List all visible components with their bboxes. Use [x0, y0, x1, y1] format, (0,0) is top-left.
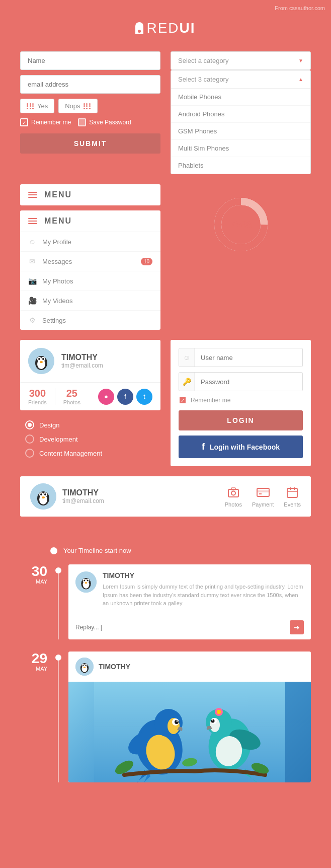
timeline-author-29: TIMOTHY — [99, 663, 130, 671]
menu-label-1: MENU — [44, 190, 72, 199]
remember-row: Remember me — [179, 396, 303, 404]
timeline-line-29 — [58, 661, 59, 782]
facebook-icon: f — [202, 442, 205, 452]
checkbox-group: Remember me Save Password — [20, 118, 160, 126]
svg-rect-23 — [257, 490, 269, 492]
remember-me-item: Remember me — [20, 118, 71, 126]
nav-item-profile[interactable]: ☺ My Profile — [20, 232, 160, 252]
dropdown-item-5[interactable]: Phablets — [171, 157, 310, 174]
nav-item-videos[interactable]: 🎥 My Videos — [20, 291, 160, 311]
dropdown-open: Select 3 category ▲ Mobile Phones Androi… — [171, 70, 311, 174]
timeline-dot-29 — [55, 655, 61, 661]
radio-circle-development[interactable] — [25, 435, 34, 444]
dropdown-trigger[interactable]: Select a category ▼ — [171, 51, 311, 70]
email-input[interactable] — [20, 75, 160, 94]
login-remember-checkbox[interactable] — [179, 396, 187, 404]
hamburger-icon-2[interactable] — [28, 218, 37, 224]
payment-action-label: Payment — [252, 501, 274, 508]
login-button[interactable]: LOGIN — [179, 410, 303, 430]
facebook-profile-button[interactable]: f — [117, 389, 133, 405]
dropdown-header[interactable]: Select 3 category ▲ — [171, 70, 310, 89]
dropdown-section: Select a category ▼ Select 3 category ▲ … — [171, 51, 311, 174]
timeline-start-text: Your Timeline start now — [63, 547, 131, 554]
payment-icon — [256, 485, 270, 499]
dropdown-item-4[interactable]: Multi Sim Phones — [171, 140, 310, 157]
nav-label-settings: Settings — [42, 317, 66, 324]
save-password-item: Save Password — [78, 118, 131, 126]
dropdown-item-3[interactable]: GSM Phones — [171, 123, 310, 140]
nav-item-settings[interactable]: ⚙ Settings — [20, 311, 160, 330]
save-password-label: Save Password — [89, 119, 131, 126]
svg-rect-25 — [287, 488, 297, 497]
svg-rect-19 — [228, 489, 238, 497]
password-input[interactable] — [195, 373, 302, 391]
nav-item-photos[interactable]: 📷 My Photos — [20, 271, 160, 291]
timeline-connector-29 — [55, 652, 68, 782]
settings-icon: ⚙ — [28, 316, 36, 324]
radio-design[interactable]: Design — [25, 420, 155, 429]
radio-circle-content[interactable] — [25, 449, 34, 458]
reply-input-30[interactable] — [75, 624, 290, 631]
dropdown-item-2[interactable]: Android Phones — [171, 106, 310, 123]
donut-label: 75% — [229, 218, 252, 231]
events-action[interactable]: Events — [284, 485, 301, 508]
date-num-29: 29 — [20, 652, 47, 666]
facebook-login-label: Login with Facebook — [210, 443, 280, 451]
svg-point-16 — [40, 493, 42, 495]
payment-action[interactable]: Payment — [252, 485, 274, 508]
dropdown-item-1[interactable]: Mobile Phones — [171, 89, 310, 106]
remember-me-checkbox[interactable] — [20, 118, 28, 126]
radio-no[interactable]: Nops — [58, 99, 97, 113]
timeline-line-30 — [58, 573, 59, 639]
svg-point-18 — [42, 496, 45, 498]
nav-item-messages[interactable]: ✉ Messages 10 — [20, 252, 160, 271]
facebook-login-button[interactable]: f Login with Facebook — [179, 436, 303, 458]
login-remember-label: Remember me — [191, 397, 230, 404]
nav-label-videos: My Videos — [42, 297, 72, 305]
radio-yes[interactable]: Yes — [20, 99, 54, 113]
photos-action[interactable]: Photos — [225, 485, 242, 508]
image-placeholder-29 — [68, 682, 311, 782]
profile-stats: 300 Friends 25 Photos ● f t — [20, 383, 160, 410]
logo-icon — [135, 22, 143, 34]
photos-label: Photos — [63, 399, 80, 405]
radio-development-label: Development — [39, 436, 78, 443]
timeline-date-29: 29 MAY — [20, 652, 55, 782]
submit-button[interactable]: SUBMIT — [20, 133, 160, 154]
user-icon: ☺ — [28, 238, 36, 246]
svg-point-20 — [231, 491, 235, 495]
radio-development[interactable]: Development — [25, 435, 155, 444]
radio-circles: Design Development Content Management — [25, 420, 155, 458]
photo-icon: 📷 — [28, 277, 36, 285]
menu-section: MENU MENU ☺ My Profile ✉ — [20, 184, 160, 330]
dots-icon-yes — [27, 103, 34, 109]
donut-chart: 75% — [211, 194, 271, 255]
friends-label: Friends — [28, 399, 47, 405]
date-num-30: 30 — [20, 564, 47, 578]
svg-point-44 — [84, 667, 86, 668]
social-icons: ● f t — [98, 389, 152, 405]
svg-point-9 — [42, 358, 44, 360]
radio-group: Yes Nops — [20, 99, 160, 113]
svg-point-61 — [212, 719, 213, 720]
radio-circle-design[interactable] — [25, 420, 34, 429]
save-password-checkbox[interactable] — [78, 118, 86, 126]
radio-content-label: Content Management — [39, 450, 102, 457]
donut-chart-container: 75% — [171, 184, 311, 265]
menu-bar-1[interactable]: MENU — [20, 184, 160, 205]
friends-count: 300 — [28, 388, 47, 399]
username-input[interactable] — [195, 349, 302, 367]
nav-label-messages: Messages — [42, 258, 72, 265]
timeline-author-30: TIMOTHY — [103, 571, 304, 580]
radio-design-label: Design — [39, 421, 59, 429]
reply-send-30[interactable]: ➔ — [290, 620, 304, 634]
menu-expanded-header[interactable]: MENU — [20, 210, 160, 232]
stat-photos: 25 Photos — [55, 388, 89, 405]
svg-point-63 — [217, 710, 221, 714]
hamburger-icon-1[interactable] — [28, 192, 37, 198]
dribbble-button[interactable]: ● — [98, 389, 114, 405]
bottom-profile-card: TIMOTHY tim@email.com Photos — [20, 476, 311, 517]
radio-content[interactable]: Content Management — [25, 449, 155, 458]
twitter-button[interactable]: t — [136, 389, 152, 405]
name-input[interactable] — [20, 51, 160, 70]
